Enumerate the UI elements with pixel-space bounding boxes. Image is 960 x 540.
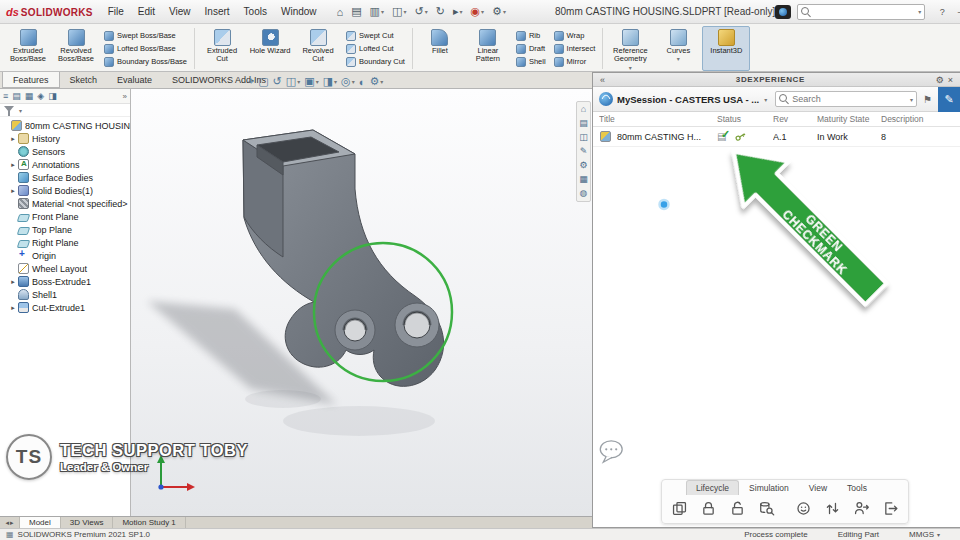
tree-item-shell1[interactable]: Shell1 <box>0 288 130 301</box>
ribbon-button-reference-geometry[interactable]: Reference Geometry▾ <box>606 26 654 71</box>
unlock-icon[interactable] <box>724 497 750 520</box>
tab-tools[interactable]: Tools <box>837 480 877 495</box>
rebuild-button[interactable]: ◉ ▾ <box>467 4 487 19</box>
tree-item-material-not-specified[interactable]: Material <not specified> <box>0 197 130 210</box>
graphics-area[interactable]: ⌂▤◫✎⚙▦◍ <box>131 89 592 516</box>
column-header[interactable]: Rev <box>773 114 817 124</box>
table-row[interactable]: 80mm CASTING H... ▤ ✓ A.1 In Work 8 <box>593 127 960 147</box>
tree-item-wheel-layout[interactable]: Wheel Layout <box>0 262 130 275</box>
print-button[interactable]: ◫ ▾ <box>389 4 409 19</box>
panel-search[interactable]: ▾ <box>775 91 917 107</box>
ribbon-button-lofted-cut[interactable]: Lofted Cut <box>346 42 405 55</box>
ribbon-button-boundary-boss-base[interactable]: Boundary Boss/Base <box>104 55 187 68</box>
menu-item[interactable]: Window <box>274 4 324 19</box>
tab-model[interactable]: Model <box>20 517 61 528</box>
home-tab[interactable]: ⌂ <box>581 105 586 114</box>
tree-item-history[interactable]: ▸History <box>0 132 130 145</box>
zoom-area-button[interactable]: ▢ ▾ <box>258 75 268 88</box>
column-header[interactable]: Maturity State <box>817 114 881 124</box>
ribbon-button-revolved-boss-base[interactable]: Revolved Boss/Base <box>52 26 100 71</box>
panel-search-input[interactable] <box>792 94 906 104</box>
previous-view-button[interactable]: ↺ ▾ <box>273 75 282 88</box>
tab-motion-study-1[interactable]: Motion Study 1 <box>113 517 185 528</box>
ribbon-button-revolved-cut[interactable]: Revolved Cut <box>294 26 342 71</box>
tree-item-80mm-casting-housing-default-d[interactable]: 80mm CASTING HOUSING (Default<<D <box>0 119 130 132</box>
display-style-button[interactable]: ◨ ▾ <box>323 75 337 88</box>
ribbon-button-mirror[interactable]: Mirror <box>554 55 596 68</box>
featuremanager-tree-tab[interactable]: ≡ <box>3 91 8 101</box>
tab-3d-views[interactable]: 3D Views <box>61 517 114 528</box>
tree-item-surface-bodies[interactable]: Surface Bodies <box>0 171 130 184</box>
property-manager-tab[interactable]: ▤ <box>12 91 21 101</box>
menu-item[interactable]: Edit <box>131 4 162 19</box>
gear-icon[interactable]: ⚙ <box>934 75 946 85</box>
search-input[interactable] <box>814 7 914 17</box>
maturity-icon[interactable] <box>819 497 845 520</box>
forum-tab[interactable]: ◍ <box>580 189 588 198</box>
chevron-down-icon[interactable]: ▾ <box>764 96 767 103</box>
command-search[interactable]: ▾ <box>797 4 925 20</box>
collapse-panel-icon[interactable]: « <box>598 75 607 85</box>
view-settings-button[interactable]: ⚙ ▾ <box>369 75 383 88</box>
ribbon-button-extruded-cut[interactable]: Extruded Cut <box>198 26 246 71</box>
tab-evaluate[interactable]: Evaluate <box>107 72 162 88</box>
explore-icon[interactable] <box>753 497 779 520</box>
tree-item-cut-extrude1[interactable]: ▸Cut-Extrude1 <box>0 301 130 314</box>
ribbon-button-instant3d[interactable]: Instant3D <box>702 26 750 71</box>
ribbon-button-fillet[interactable]: Fillet <box>416 26 464 71</box>
appearances-tab[interactable]: ⚙ <box>579 161 587 170</box>
dimxpert-manager-tab[interactable]: ◈ <box>37 91 44 101</box>
redo-button[interactable]: ↻ ▾ <box>433 4 448 19</box>
menu-item[interactable]: View <box>162 4 198 19</box>
zoom-fit-button[interactable]: ⌖ ▾ <box>248 75 254 88</box>
tree-item-annotations[interactable]: ▸Annotations <box>0 158 130 171</box>
open-button[interactable]: ▤ ▾ <box>348 4 364 19</box>
section-view-button[interactable]: ◫ ▾ <box>286 75 300 88</box>
menu-item[interactable]: File <box>101 4 131 19</box>
tree-item-solid-bodies-1[interactable]: ▸Solid Bodies(1) <box>0 184 130 197</box>
ribbon-button-curves[interactable]: Curves▾ <box>654 26 702 71</box>
column-header[interactable]: Description <box>881 114 960 124</box>
ribbon-button-hole-wizard[interactable]: Hole Wizard <box>246 26 294 71</box>
exit-icon[interactable] <box>877 497 903 520</box>
ribbon-button-shell[interactable]: Shell <box>516 55 546 68</box>
view-orientation-button[interactable]: ▣ ▾ <box>304 75 318 88</box>
configuration-manager-tab[interactable]: ▦ <box>25 91 34 101</box>
custom-properties-tab[interactable]: ▦ <box>579 175 588 184</box>
select-button[interactable]: ▸ ▾ <box>450 4 466 19</box>
ribbon-button-swept-cut[interactable]: Swept Cut <box>346 29 405 42</box>
ribbon-button-swept-boss-base[interactable]: Swept Boss/Base <box>104 29 187 42</box>
viewport-canvas[interactable] <box>131 89 592 516</box>
ribbon-button-lofted-boss-base[interactable]: Lofted Boss/Base <box>104 42 187 55</box>
filter-icon[interactable] <box>4 105 15 116</box>
close-icon[interactable]: × <box>946 75 955 85</box>
expander-icon[interactable]: ▸ <box>9 161 17 169</box>
menu-item[interactable]: Tools <box>237 4 274 19</box>
help-button[interactable]: ? <box>933 4 951 20</box>
tab-simulation[interactable]: Simulation <box>739 480 799 495</box>
expander-icon[interactable]: ▸ <box>9 135 17 143</box>
tab-features[interactable]: Features <box>2 72 60 88</box>
tag-icon[interactable]: ⚑ <box>921 94 934 105</box>
ribbon-button-intersect[interactable]: Intersect <box>554 42 596 55</box>
duplicate-icon[interactable] <box>666 497 692 520</box>
units-dropdown-icon[interactable]: ▾ <box>937 531 940 538</box>
minimize-button[interactable]: – <box>951 4 960 20</box>
session-label[interactable]: MySession - CASTERS USA - ... <box>617 94 759 105</box>
tab-view[interactable]: View <box>799 480 837 495</box>
expander-icon[interactable]: ▸ <box>9 278 17 286</box>
undo-button[interactable]: ↺ ▾ <box>411 4 430 19</box>
ribbon-button-linear-pattern[interactable]: Linear Pattern <box>464 26 512 71</box>
tab-sketch[interactable]: Sketch <box>60 72 108 88</box>
expander-icon[interactable]: ▸ <box>9 304 17 312</box>
column-header[interactable]: Title <box>599 114 717 124</box>
edit-appearance-button[interactable]: ◐ ▾ <box>359 76 366 88</box>
ribbon-button-wrap[interactable]: Wrap <box>554 29 596 42</box>
options-button[interactable]: ⚙ ▾ <box>489 4 509 19</box>
ribbon-button-boundary-cut[interactable]: Boundary Cut <box>346 55 405 68</box>
save-button[interactable]: ▥ ▾ <box>367 4 387 19</box>
status-check-icon[interactable]: ▤ ✓ <box>717 130 731 144</box>
column-header[interactable]: Status <box>717 114 773 124</box>
ribbon-button-rib[interactable]: Rib <box>516 29 546 42</box>
home-button[interactable]: ⌂ ▾ <box>334 5 347 19</box>
